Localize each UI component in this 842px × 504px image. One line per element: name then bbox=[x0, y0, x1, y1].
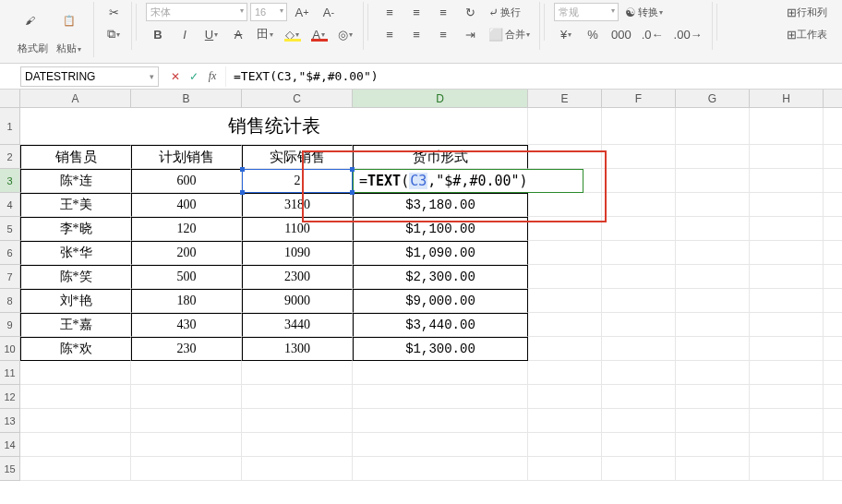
cell[interactable] bbox=[824, 313, 842, 337]
merge-button[interactable]: ⬜合并▾ bbox=[485, 24, 534, 44]
cell[interactable] bbox=[824, 289, 842, 313]
column-header-h[interactable]: H bbox=[750, 90, 824, 108]
align-middle-button[interactable]: ≡ bbox=[404, 2, 428, 22]
formula-cancel-button[interactable]: ✕ bbox=[168, 69, 183, 84]
format-painter-button[interactable]: 🖌 bbox=[11, 2, 48, 39]
cell[interactable] bbox=[824, 409, 842, 433]
row-header-5[interactable]: 5 bbox=[0, 217, 20, 241]
cell[interactable] bbox=[353, 361, 528, 385]
cell[interactable]: $1,090.00 bbox=[353, 241, 528, 265]
cell[interactable]: 货币形式 bbox=[353, 145, 528, 169]
row-header-14[interactable]: 14 bbox=[0, 433, 20, 457]
cell[interactable] bbox=[676, 241, 750, 265]
cell[interactable] bbox=[824, 193, 842, 217]
comma-button[interactable]: 000 bbox=[607, 24, 635, 44]
cell[interactable]: 430 bbox=[131, 313, 242, 337]
cell[interactable] bbox=[676, 385, 750, 409]
cell[interactable] bbox=[824, 241, 842, 265]
cell[interactable] bbox=[750, 265, 824, 289]
cell[interactable]: 销售统计表 bbox=[20, 108, 528, 145]
cell[interactable] bbox=[528, 145, 602, 169]
cell[interactable] bbox=[131, 457, 242, 481]
row-header-15[interactable]: 15 bbox=[0, 457, 20, 481]
cell[interactable] bbox=[676, 265, 750, 289]
cell[interactable] bbox=[602, 241, 676, 265]
cell[interactable]: $3,440.00 bbox=[353, 313, 528, 337]
cell[interactable] bbox=[602, 145, 676, 169]
align-top-button[interactable]: ≡ bbox=[378, 2, 402, 22]
column-header-b[interactable]: B bbox=[131, 90, 242, 108]
cell[interactable] bbox=[750, 169, 824, 193]
row-header-6[interactable]: 6 bbox=[0, 241, 20, 265]
cell[interactable]: 600 bbox=[131, 169, 242, 193]
cell[interactable] bbox=[676, 313, 750, 337]
font-name-combo[interactable]: 宋体 bbox=[146, 3, 247, 21]
bold-button[interactable]: B bbox=[146, 24, 170, 44]
italic-button[interactable]: I bbox=[173, 24, 197, 44]
cell[interactable] bbox=[242, 457, 353, 481]
column-header-f[interactable]: F bbox=[602, 90, 676, 108]
select-all-corner[interactable] bbox=[0, 90, 20, 108]
cell[interactable] bbox=[353, 433, 528, 457]
cell[interactable] bbox=[20, 433, 131, 457]
cell[interactable] bbox=[528, 337, 602, 361]
fill-color-button[interactable]: ◇▾ bbox=[280, 24, 304, 44]
cell[interactable] bbox=[602, 361, 676, 385]
cell[interactable] bbox=[676, 433, 750, 457]
cell[interactable]: 180 bbox=[131, 289, 242, 313]
cell[interactable]: 刘*艳 bbox=[20, 289, 131, 313]
cell[interactable] bbox=[602, 169, 676, 193]
cell[interactable]: 3440 bbox=[242, 313, 353, 337]
cell[interactable] bbox=[824, 433, 842, 457]
cell[interactable] bbox=[528, 385, 602, 409]
cell[interactable]: 1100 bbox=[242, 217, 353, 241]
row-header-1[interactable]: 1 bbox=[0, 108, 20, 145]
cell[interactable]: 计划销售 bbox=[131, 145, 242, 169]
column-header-g[interactable]: G bbox=[676, 90, 750, 108]
cell-editor[interactable]: = TEXT ( C3 ,"$#,#0.00" ) bbox=[353, 169, 583, 193]
cell[interactable]: 销售员 bbox=[20, 145, 131, 169]
cell[interactable] bbox=[20, 361, 131, 385]
cell[interactable] bbox=[528, 433, 602, 457]
cell[interactable] bbox=[602, 433, 676, 457]
cell[interactable] bbox=[750, 409, 824, 433]
border-button[interactable]: 田▾ bbox=[253, 24, 277, 44]
cell[interactable] bbox=[750, 193, 824, 217]
cell[interactable] bbox=[750, 385, 824, 409]
indent-button[interactable]: ⇥ bbox=[458, 24, 482, 44]
cell[interactable] bbox=[528, 108, 602, 145]
spreadsheet-grid[interactable]: ABCDEFGHI 123456789101112131415 销售统计表销售员… bbox=[0, 90, 842, 504]
orientation-button[interactable]: ↻ bbox=[458, 2, 482, 22]
cell[interactable] bbox=[676, 337, 750, 361]
cell[interactable] bbox=[676, 169, 750, 193]
decrease-decimal-button[interactable]: .0← bbox=[638, 24, 668, 44]
cell[interactable] bbox=[750, 108, 824, 145]
cell[interactable] bbox=[750, 289, 824, 313]
cell[interactable]: 120 bbox=[131, 217, 242, 241]
convert-button[interactable]: ☯转换▾ bbox=[621, 2, 667, 22]
cell[interactable] bbox=[20, 457, 131, 481]
row-header-3[interactable]: 3 bbox=[0, 169, 20, 193]
cell[interactable]: $3,180.00 bbox=[353, 193, 528, 217]
cell[interactable]: 陈*连 bbox=[20, 169, 131, 193]
font-size-combo[interactable]: 16 bbox=[250, 3, 287, 21]
cell[interactable] bbox=[676, 457, 750, 481]
percent-button[interactable]: % bbox=[581, 24, 605, 44]
cell[interactable] bbox=[676, 145, 750, 169]
cell[interactable]: 2300 bbox=[242, 265, 353, 289]
cell[interactable] bbox=[824, 108, 842, 145]
cell[interactable] bbox=[602, 385, 676, 409]
rows-cols-button[interactable]: ⊞ 行和列 bbox=[783, 2, 831, 22]
align-center-button[interactable]: ≡ bbox=[404, 24, 428, 44]
row-header-12[interactable]: 12 bbox=[0, 385, 20, 409]
cell[interactable] bbox=[676, 217, 750, 241]
cell[interactable] bbox=[824, 361, 842, 385]
cell[interactable] bbox=[750, 145, 824, 169]
cell[interactable] bbox=[242, 385, 353, 409]
row-header-7[interactable]: 7 bbox=[0, 265, 20, 289]
cell[interactable] bbox=[750, 361, 824, 385]
cell[interactable] bbox=[676, 108, 750, 145]
cell[interactable] bbox=[353, 385, 528, 409]
cell[interactable] bbox=[602, 337, 676, 361]
cell[interactable] bbox=[750, 457, 824, 481]
